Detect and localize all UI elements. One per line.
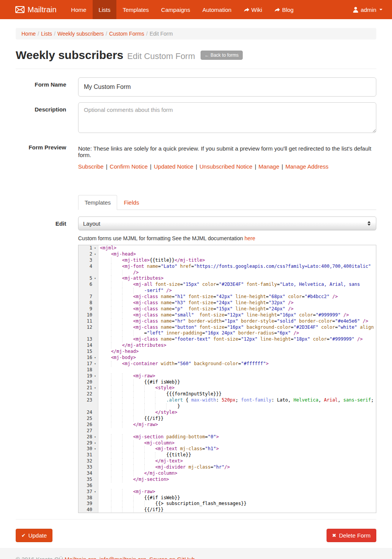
code-token: [341, 312, 343, 318]
fold-icon[interactable]: ▾: [92, 440, 98, 446]
code-token: color: [313, 336, 327, 343]
delete-form-button[interactable]: ✖ Delete Form: [327, 529, 376, 542]
mjml-doc-link[interactable]: here: [245, 235, 255, 241]
update-button[interactable]: ✔ Update: [16, 529, 52, 542]
gutter-cell: 36: [78, 483, 98, 489]
code-token: name: [161, 306, 172, 312]
preview-link-subscribe[interactable]: Subscribe: [78, 163, 104, 170]
indent-guide: [111, 507, 122, 513]
gutter-cell: 39: [78, 501, 98, 507]
fold-icon[interactable]: ▾: [92, 489, 98, 495]
fold-icon[interactable]: ▾: [92, 446, 98, 452]
code-token: font-size: [188, 300, 213, 306]
code-token: "hr": [175, 318, 186, 325]
code-token: "https://fonts.googleapis.com/css?family…: [194, 264, 371, 270]
code-line: 36: [78, 483, 376, 489]
code-token: background-color: [247, 325, 291, 331]
line-number: 13: [78, 336, 92, 343]
update-label: Update: [28, 532, 47, 539]
footer-text: © 2016 Kreata OÜ Mailtrain.org, info@mai…: [16, 556, 376, 559]
gutter-cell: 18: [78, 367, 98, 373]
code-content: {{/if}}: [98, 416, 163, 422]
preview-link-confirm-notice[interactable]: Confirm Notice: [110, 163, 148, 170]
code-token: "#ffffff": [241, 361, 266, 367]
fold-icon[interactable]: ▾: [92, 245, 98, 251]
breadcrumb-link-custom-forms[interactable]: Custom Forms: [109, 31, 144, 37]
code-token: =: [172, 325, 175, 331]
line-number: 32: [78, 458, 92, 464]
code-line: 14</mj-attributes>: [78, 343, 376, 349]
breadcrumb-link-home[interactable]: Home: [21, 31, 36, 37]
breadcrumb-link-weekly-subscribers[interactable]: Weekly subscribers: [57, 31, 104, 37]
back-to-forms-button[interactable]: ← Back to forms: [201, 51, 243, 60]
nav-item-wiki[interactable]: Wiki: [238, 0, 268, 19]
line-number: 25: [78, 416, 92, 422]
nav-item-campaigns[interactable]: Campaigns: [155, 0, 196, 19]
gutter-cell: 31: [78, 452, 98, 458]
preview-link-manage[interactable]: Manage: [258, 163, 279, 170]
indent-guide: [122, 325, 133, 331]
navbar-menu: HomeListsTemplatesCampaignsAutomationWik…: [65, 0, 300, 19]
fold-icon[interactable]: ▾: [92, 434, 98, 440]
code-content: <mj-text mj-class="h1">: [98, 446, 219, 452]
code-token: border-radius: [238, 330, 274, 336]
fold-icon[interactable]: ▾: [92, 373, 98, 379]
fold-icon[interactable]: ▾: [92, 385, 98, 391]
code-token: name: [161, 325, 172, 331]
code-token: padding-bottom: [166, 434, 205, 440]
user-menu[interactable]: admin: [353, 0, 382, 19]
code-line: }: [78, 403, 376, 410]
indent-guide: [100, 501, 111, 507]
code-content: {{{formInputStyle}}}: [98, 391, 222, 397]
indent-guide: [133, 470, 144, 477]
code-content: {{> subscription_flash_messages}}: [98, 501, 247, 507]
breadcrumb-link-lists[interactable]: Lists: [41, 31, 52, 37]
indent-guide: [111, 306, 122, 312]
preview-link-unsubscribed-notice[interactable]: Unsubscribed Notice: [199, 163, 252, 170]
code-token: =: [266, 294, 269, 300]
fold-icon[interactable]: ▾: [92, 251, 98, 257]
tab-templates[interactable]: Templates: [78, 195, 117, 210]
fold-spacer: [92, 282, 98, 288]
code-token: name: [147, 264, 158, 270]
delete-label: Delete Form: [339, 532, 371, 539]
indent-guide: [100, 282, 111, 288]
description-textarea[interactable]: [78, 102, 376, 133]
nav-item-templates[interactable]: Templates: [116, 0, 155, 19]
navbar-brand[interactable]: Mailtrain: [15, 0, 57, 19]
nav-item-blog[interactable]: Blog: [268, 0, 300, 19]
code-token: [357, 325, 360, 331]
line-number: 16: [78, 355, 92, 361]
gutter-cell: [78, 330, 98, 336]
nav-item-automation[interactable]: Automation: [196, 0, 238, 19]
code-token: "68px": [269, 294, 285, 300]
tab-fields[interactable]: Fields: [117, 195, 145, 210]
form-name-input[interactable]: [78, 77, 376, 97]
code-line: 38{{#if isWeb}}: [78, 495, 376, 501]
fold-icon[interactable]: ▾: [92, 275, 98, 282]
indent-guide: [100, 391, 111, 397]
code-token: [318, 325, 321, 331]
fold-icon[interactable]: ▾: [92, 355, 98, 361]
footer-link-source-on-github[interactable]: Source on GitHub: [149, 556, 195, 559]
code-token: [183, 306, 188, 312]
indent-guide: [100, 477, 111, 483]
code-token: [186, 318, 188, 325]
code-token: "hr": [213, 464, 224, 470]
footer-link-info-mailtrain-org[interactable]: info@mailtrain.org: [100, 556, 146, 559]
code-token: ,: [318, 397, 324, 403]
gutter-cell: 12: [78, 325, 98, 331]
code-line: 18: [78, 367, 376, 373]
fold-icon[interactable]: ▾: [92, 361, 98, 367]
nav-item-lists[interactable]: Lists: [93, 0, 117, 19]
footer-link-mailtrain-org[interactable]: Mailtrain.org: [65, 556, 96, 559]
line-number: 31: [78, 452, 92, 458]
gutter-cell: 14: [78, 343, 98, 349]
code-token: ;: [371, 397, 374, 403]
nav-item-home[interactable]: Home: [65, 0, 93, 19]
preview-link-manage-address[interactable]: Manage Address: [285, 163, 328, 170]
edit-template-select[interactable]: Layout: [78, 216, 376, 230]
preview-link-updated-notice[interactable]: Updated Notice: [154, 163, 193, 170]
code-editor[interactable]: 1▾<mjml>2▾<mj-head>3<mj-title>{{title}}<…: [78, 245, 376, 513]
code-line: 10<mj-class name="small" font-size="12px…: [78, 312, 376, 318]
